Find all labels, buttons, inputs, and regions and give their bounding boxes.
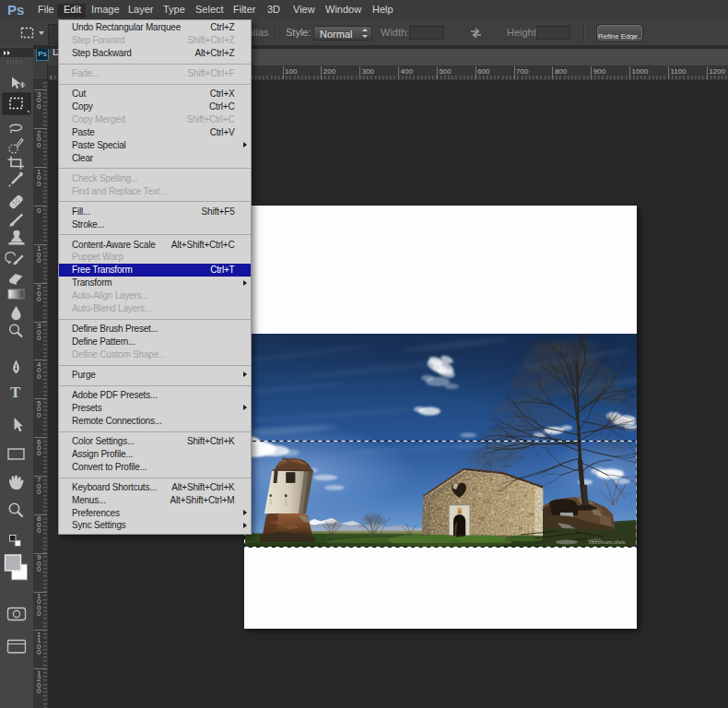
svg-text:T: T: [10, 384, 21, 401]
